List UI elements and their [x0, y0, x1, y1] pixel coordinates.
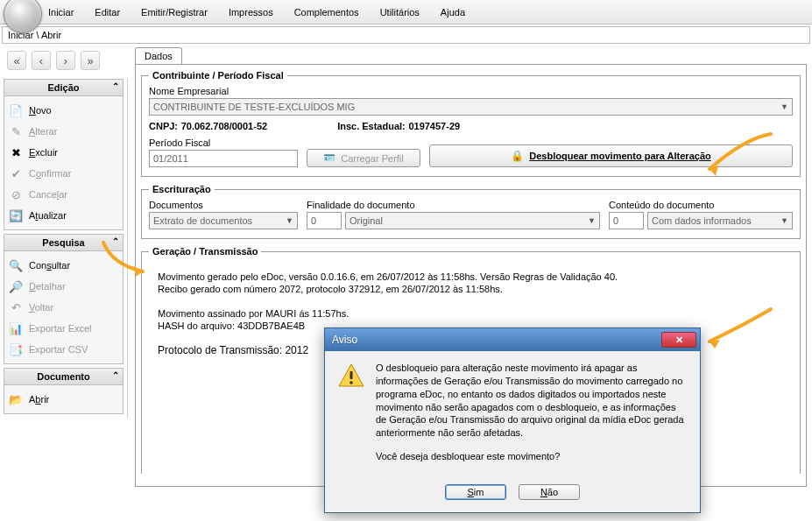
- sidebar-alterar: ✎Alterar: [6, 121, 121, 142]
- sidebar-confirmar: ✔Confirmar: [6, 163, 121, 184]
- chevron-down-icon: ▼: [282, 216, 293, 225]
- chevron-down-icon: ▼: [777, 102, 788, 111]
- close-icon: ✕: [675, 334, 683, 346]
- warning-icon: [337, 362, 365, 474]
- breadcrumb: Iniciar \ Abrir: [2, 26, 810, 44]
- sidebar-novo[interactable]: 📄Novo: [6, 100, 121, 121]
- sidebar-exportar-csv: 📑Exportar CSV: [6, 339, 121, 360]
- insc-estadual: Insc. Estadual: 0197457-29: [337, 119, 460, 132]
- new-icon: 📄: [8, 102, 24, 118]
- menu-complementos[interactable]: Complementos: [294, 7, 359, 18]
- sidebar-atualizar[interactable]: 🔄Atualizar: [6, 205, 121, 226]
- sidebar-consultar[interactable]: 🔍Consultar: [6, 255, 121, 276]
- dialog-question: Você deseja desbloquear este movimento?: [376, 450, 688, 463]
- dialog-nao-button[interactable]: Não: [519, 484, 580, 500]
- csv-icon: 📑: [8, 341, 24, 357]
- svg-rect-0: [350, 371, 353, 379]
- menu-emitir[interactable]: Emitir/Registrar: [141, 7, 208, 18]
- legend-escrituracao: Escrituração: [149, 184, 215, 194]
- label-documentos: Documentos: [149, 200, 298, 210]
- select-documentos[interactable]: Extrato de documentos▼: [149, 212, 298, 229]
- excel-icon: 📊: [8, 320, 24, 336]
- label-conteudo: Conteúdo do documento: [609, 200, 793, 210]
- nav-last[interactable]: »: [81, 51, 100, 70]
- panel-pesquisa-title: Pesquisa: [42, 237, 84, 248]
- input-finalidade-code[interactable]: [307, 212, 342, 229]
- nav-first[interactable]: «: [7, 51, 26, 70]
- panel-documento: Documento⌃ 📂Abrir: [4, 368, 124, 414]
- label-finalidade: Finalidade do documento: [307, 200, 600, 210]
- panel-edicao-title: Edição: [47, 82, 79, 93]
- panel-pesquisa: Pesquisa⌃ 🔍Consultar 🔎Detalhar ↶Voltar 📊…: [4, 234, 124, 364]
- collapse-icon[interactable]: ⌃: [112, 81, 119, 91]
- sidebar-voltar: ↶Voltar: [6, 297, 121, 318]
- open-icon: 📂: [8, 391, 24, 407]
- detail-icon: 🔎: [8, 278, 24, 294]
- dialog-close-button[interactable]: ✕: [661, 332, 696, 348]
- svg-point-1: [350, 381, 353, 384]
- select-nome-empresarial[interactable]: CONTRIBUINTE DE TESTE-EXCLUÍDOS MIG▼: [149, 98, 793, 116]
- input-periodo[interactable]: [149, 150, 298, 167]
- profile-icon: 🪪: [323, 152, 335, 164]
- back-icon: ↶: [8, 299, 24, 315]
- search-icon: 🔍: [8, 257, 24, 273]
- select-conteudo[interactable]: Com dados informados▼: [647, 212, 793, 229]
- dialog-aviso: Aviso ✕ O desbloqueio para alteração nes…: [324, 327, 701, 513]
- menu-impressos[interactable]: Impressos: [229, 7, 273, 18]
- btn-carregar-perfil: 🪪Carregar Perfil: [307, 149, 420, 167]
- menubar: Iniciar Editar Emitir/Registrar Impresso…: [0, 0, 812, 25]
- dialog-message: O desbloqueio para alteração neste movim…: [376, 362, 688, 440]
- label-nome-empresarial: Nome Empresarial: [149, 86, 793, 96]
- sidebar-detalhar: 🔎Detalhar: [6, 276, 121, 297]
- legend-contribuinte: Contribuinte / Período Fiscal: [149, 70, 287, 81]
- input-conteudo-code[interactable]: [609, 212, 644, 229]
- dialog-sim-button[interactable]: Sim: [445, 484, 506, 500]
- tab-dados[interactable]: Dados: [135, 47, 182, 64]
- fieldset-escrituracao: Escrituração Documentos Extrato de docum…: [141, 184, 801, 239]
- sidebar-excluir[interactable]: ✖Excluir: [6, 142, 121, 163]
- sidebar-cancelar: ⊘Cancelar: [6, 184, 121, 205]
- cancel-icon: ⊘: [8, 187, 24, 202]
- nav-next[interactable]: ›: [56, 51, 75, 70]
- refresh-icon: 🔄: [8, 208, 24, 223]
- collapse-icon[interactable]: ⌃: [112, 370, 119, 380]
- panel-documento-title: Documento: [37, 371, 90, 382]
- dialog-title: Aviso: [332, 334, 357, 346]
- sidebar-abrir[interactable]: 📂Abrir: [6, 389, 121, 410]
- nav-arrows: « ‹ › »: [0, 46, 131, 75]
- menu-utilitarios[interactable]: Utilitários: [380, 7, 420, 18]
- label-periodo: Período Fiscal: [149, 137, 298, 148]
- cnpj: CNPJ: 70.062.708/0001-52: [149, 119, 267, 132]
- lock-icon: [511, 150, 524, 162]
- fieldset-contribuinte: Contribuinte / Período Fiscal Nome Empre…: [141, 70, 801, 177]
- chevron-down-icon: ▼: [777, 216, 788, 225]
- menu-ajuda[interactable]: Ajuda: [441, 7, 465, 18]
- btn-desbloquear[interactable]: Desbloquear movimento para Alteração: [429, 144, 793, 167]
- delete-icon: ✖: [8, 144, 24, 160]
- panel-edicao: Edição⌃ 📄Novo ✎Alterar ✖Excluir ✔Confirm…: [4, 79, 124, 230]
- sidebar-exportar-excel: 📊Exportar Excel: [6, 318, 121, 339]
- edit-icon: ✎: [8, 123, 24, 139]
- collapse-icon[interactable]: ⌃: [112, 236, 119, 246]
- nav-prev[interactable]: ‹: [32, 51, 51, 70]
- geracao-line1: Movimento gerado pelo eDoc, versão 0.0.1…: [158, 271, 784, 295]
- confirm-icon: ✔: [8, 165, 24, 181]
- select-finalidade[interactable]: Original▼: [345, 212, 600, 229]
- chevron-down-icon: ▼: [584, 216, 596, 225]
- menu-editar[interactable]: Editar: [95, 7, 120, 18]
- menu-iniciar[interactable]: Iniciar: [48, 7, 74, 18]
- legend-geracao: Geração / Transmissão: [149, 246, 261, 257]
